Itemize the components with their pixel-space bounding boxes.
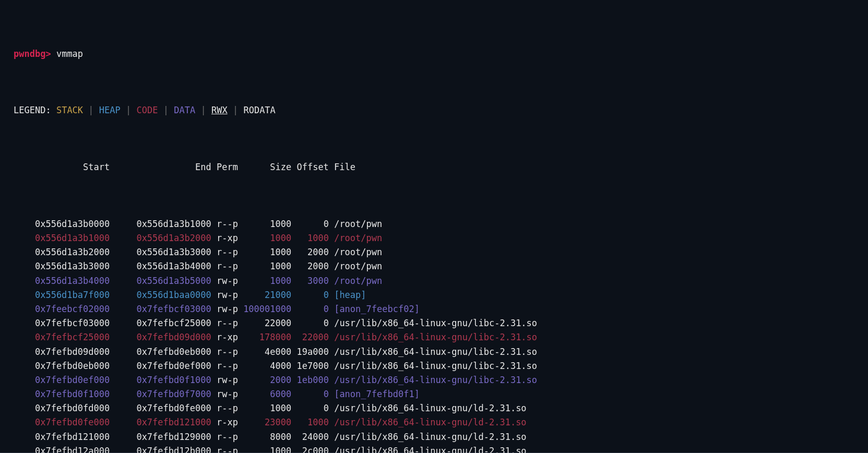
cell-start-end: 0x7fefbd0eb000 0x7fefbd0ef000 (14, 361, 217, 371)
legend-code: CODE (137, 105, 158, 115)
cell-offset: 0 (296, 290, 334, 300)
table-header: Start End Perm Size Offset File (14, 160, 864, 174)
cell-offset: 0 (296, 403, 334, 413)
legend-rodata: RODATA (243, 105, 275, 115)
legend-sep: | (88, 105, 93, 115)
cell-start-end: 0x556d1a3b1000 0x556d1a3b2000 (14, 233, 217, 243)
table-row: 0x7fefbd0fe000 0x7fefbd121000 r-xp 23000… (14, 415, 864, 430)
cell-perm: rw-p (217, 375, 243, 385)
cell-offset: 0 (296, 304, 334, 314)
table-row: 0x7fefbd0fd000 0x7fefbd0fe000 r--p 1000 … (14, 401, 864, 415)
legend-data: DATA (174, 105, 195, 115)
cell-start-end: 0x7fefbd0ef000 0x7fefbd0f1000 (14, 375, 217, 385)
cell-offset: 2c000 (296, 446, 334, 453)
cell-size: 1000 (243, 233, 296, 243)
cell-file: /root/pwn (334, 247, 382, 257)
table-row: 0x7fefbd121000 0x7fefbd129000 r--p 8000 … (14, 430, 864, 444)
cell-perm: rw-p (217, 290, 243, 300)
legend-heap: HEAP (99, 105, 121, 115)
cell-start-end: 0x556d1a3b0000 0x556d1a3b1000 (14, 219, 217, 229)
cell-size: 21000 (243, 290, 296, 300)
cell-offset: 2000 (296, 247, 334, 257)
table-row: 0x556d1a3b0000 0x556d1a3b1000 r--p 1000 … (14, 217, 864, 231)
cell-perm: r--p (217, 318, 243, 328)
table-row: 0x556d1ba7f000 0x556d1baa0000 rw-p 21000… (14, 288, 864, 302)
table-row: 0x7fefbd12a000 0x7fefbd12b000 r--p 1000 … (14, 444, 864, 453)
cell-offset: 0 (296, 389, 334, 399)
cell-offset: 1000 (296, 233, 334, 243)
cell-file: /root/pwn (334, 219, 382, 229)
cell-start-end: 0x7fefbd0f1000 0x7fefbd0f7000 (14, 389, 217, 399)
cell-start-end: 0x7fefbcf03000 0x7fefbcf25000 (14, 318, 217, 328)
cell-perm: rw-p (217, 304, 243, 314)
cell-file: [anon_7feebcf02] (334, 304, 420, 314)
cell-start-end: 0x556d1a3b4000 0x556d1a3b5000 (14, 276, 217, 286)
legend-rwx: RWX (211, 105, 228, 115)
table-row: 0x556d1a3b2000 0x556d1a3b3000 r--p 1000 … (14, 245, 864, 259)
cell-start-end: 0x7fefbd09d000 0x7fefbd0eb000 (14, 347, 217, 357)
legend-stack: STACK (56, 105, 83, 115)
cell-offset: 1e7000 (296, 361, 334, 371)
cell-perm: r-xp (217, 332, 243, 342)
cell-perm: r-xp (217, 233, 243, 243)
cell-size: 8000 (243, 432, 296, 442)
cell-size: 1000 (243, 403, 296, 413)
cell-file: /usr/lib/x86_64-linux-gnu/ld-2.31.so (334, 432, 526, 442)
cell-file: /root/pwn (334, 233, 382, 243)
cell-file: /usr/lib/x86_64-linux-gnu/libc-2.31.so (334, 332, 537, 342)
legend-label: LEGEND: (14, 105, 51, 115)
cell-start-end: 0x7fefbcf25000 0x7fefbd09d000 (14, 332, 217, 342)
cell-size: 23000 (243, 417, 296, 427)
legend-line: LEGEND: STACK | HEAP | CODE | DATA | RWX… (14, 103, 864, 117)
cell-perm: r--p (217, 403, 243, 413)
cell-size: 1000 (243, 446, 296, 453)
table-row: 0x7fefbd0f1000 0x7fefbd0f7000 rw-p 6000 … (14, 387, 864, 401)
table-row: 0x556d1a3b3000 0x556d1a3b4000 r--p 1000 … (14, 259, 864, 273)
cell-perm: r-xp (217, 417, 243, 427)
cell-size: 178000 (243, 332, 296, 342)
cell-file: /usr/lib/x86_64-linux-gnu/ld-2.31.so (334, 446, 526, 453)
prompt-label: pwndbg> (14, 49, 51, 59)
table-row: 0x7fefbd0eb000 0x7fefbd0ef000 r--p 4000 … (14, 359, 864, 373)
cell-start-end: 0x7feebcf02000 0x7fefbcf03000 (14, 304, 217, 314)
cell-file: /usr/lib/x86_64-linux-gnu/libc-2.31.so (334, 318, 537, 328)
cell-start-end: 0x556d1a3b2000 0x556d1a3b3000 (14, 247, 217, 257)
cell-size: 6000 (243, 389, 296, 399)
table-row: 0x7fefbd09d000 0x7fefbd0eb000 r--p 4e000… (14, 345, 864, 359)
cell-offset: 22000 (296, 332, 334, 342)
cell-offset: 0 (296, 318, 334, 328)
cell-size: 1000 (243, 276, 296, 286)
cell-perm: rw-p (217, 276, 243, 286)
cell-file: [heap] (334, 290, 366, 300)
cell-perm: r--p (217, 432, 243, 442)
cell-perm: r--p (217, 247, 243, 257)
prompt-line: pwndbg> vmmap (14, 47, 864, 61)
cell-size: 1000 (243, 261, 296, 271)
cell-start-end: 0x556d1a3b3000 0x556d1a3b4000 (14, 261, 217, 271)
cell-file: /usr/lib/x86_64-linux-gnu/libc-2.31.so (334, 361, 537, 371)
cell-offset: 1eb000 (296, 375, 334, 385)
cell-perm: r--p (217, 361, 243, 371)
cell-offset: 3000 (296, 276, 334, 286)
cell-start-end: 0x7fefbd0fd000 0x7fefbd0fe000 (14, 403, 217, 413)
cell-size: 22000 (243, 318, 296, 328)
terminal-output[interactable]: pwndbg> vmmap LEGEND: STACK | HEAP | COD… (0, 0, 868, 453)
cell-start-end: 0x556d1ba7f000 0x556d1baa0000 (14, 290, 217, 300)
cell-file: [anon_7fefbd0f1] (334, 389, 420, 399)
cell-file: /root/pwn (334, 261, 382, 271)
cell-perm: r--p (217, 261, 243, 271)
cell-file: /root/pwn (334, 276, 382, 286)
cell-offset: 1000 (296, 417, 334, 427)
cell-size: 4e000 (243, 347, 296, 357)
table-row: 0x7feebcf02000 0x7fefbcf03000 rw-p 10000… (14, 302, 864, 316)
cell-start-end: 0x7fefbd121000 0x7fefbd129000 (14, 432, 217, 442)
cell-file: /usr/lib/x86_64-linux-gnu/libc-2.31.so (334, 375, 537, 385)
command-text: vmmap (56, 49, 83, 59)
cell-size: 2000 (243, 375, 296, 385)
cell-perm: r--p (217, 446, 243, 453)
cell-perm: r--p (217, 347, 243, 357)
cell-perm: r--p (217, 219, 243, 229)
cell-size: 100001000 (243, 304, 296, 314)
cell-offset: 0 (296, 219, 334, 229)
cell-file: /usr/lib/x86_64-linux-gnu/ld-2.31.so (334, 417, 526, 427)
